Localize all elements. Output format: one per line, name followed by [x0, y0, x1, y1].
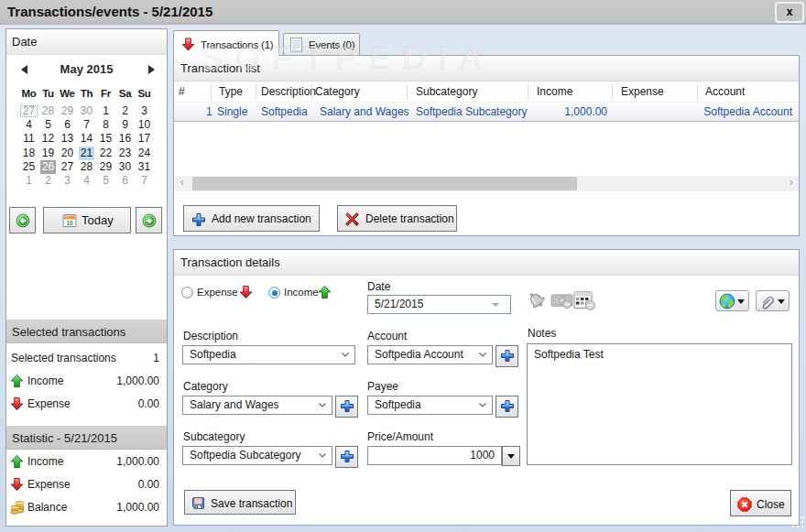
svg-text:10: 10: [66, 220, 73, 226]
